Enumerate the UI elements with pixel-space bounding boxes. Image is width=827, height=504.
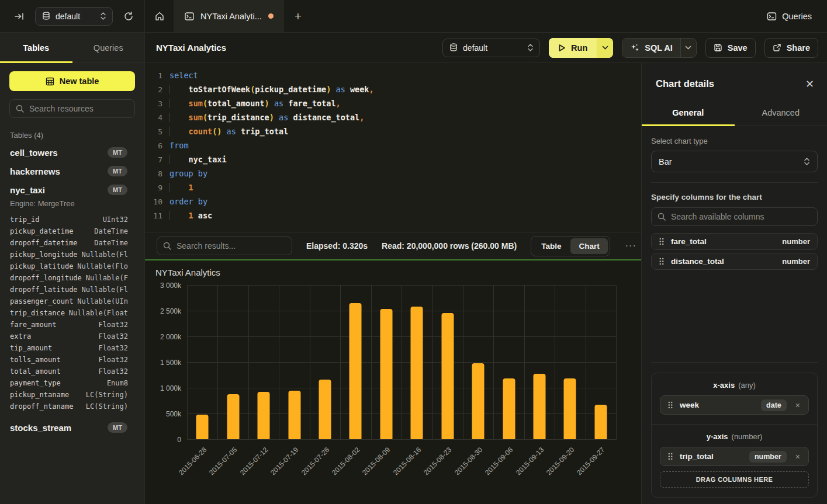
collapse-sidebar-button[interactable] (12, 9, 27, 24)
bar-2015-07-12[interactable] (258, 392, 270, 439)
tab-strip: NYTaxi Analyti... + (145, 0, 767, 32)
elapsed-stat: Elapsed: 0.320s (306, 241, 368, 251)
close-panel-button[interactable]: ✕ (805, 79, 814, 89)
bar-2015-08-16[interactable] (411, 307, 423, 439)
sql-ai-dropdown-arrow[interactable] (680, 39, 696, 57)
column-type: DateTime (94, 239, 128, 247)
sparkles-icon (630, 43, 639, 53)
bar-2015-09-27[interactable] (594, 405, 607, 439)
sidebar-tab-tables[interactable]: Tables (0, 33, 72, 62)
save-button[interactable]: Save (705, 38, 756, 58)
bar-2015-08-23[interactable] (441, 313, 454, 439)
column-type: Enum8 (107, 379, 128, 387)
view-toggle-chart[interactable]: Chart (570, 238, 607, 254)
queries-button[interactable]: Queries (767, 12, 812, 21)
table-item-hackernews[interactable]: hackernewsMT (9, 162, 135, 180)
editor-tab-nytaxi[interactable]: NYTaxi Analyti... (174, 0, 284, 32)
y-axis-hint: (number) (732, 432, 763, 441)
line-number: 6 (145, 141, 162, 150)
home-button[interactable] (145, 0, 174, 32)
bar-2015-09-20[interactable] (564, 378, 576, 439)
x-tick-label: 2015-07-26 (300, 446, 331, 477)
y-tick-label: 1 500k (160, 359, 181, 367)
bar-2015-09-13[interactable] (533, 374, 545, 439)
view-toggle-table[interactable]: Table (533, 238, 569, 254)
bar-2015-07-19[interactable] (288, 391, 300, 439)
bar-2015-07-26[interactable] (319, 380, 331, 439)
remove-chip-button[interactable]: × (793, 399, 802, 411)
column-type: Float32 (98, 356, 128, 364)
results-search-input[interactable] (177, 241, 286, 251)
chip-name: distance_total (671, 257, 724, 266)
toolbar-database-selector[interactable]: default (442, 39, 540, 57)
column-type: UInt32 (103, 215, 128, 224)
divider (651, 182, 818, 183)
remove-chip-button[interactable]: × (793, 451, 802, 463)
gridline-vertical (402, 286, 402, 440)
results-search[interactable] (157, 237, 292, 255)
sidebar-tab-queries[interactable]: Queries (72, 33, 145, 62)
column-type: Nullable(Flo (77, 262, 128, 270)
gridline-vertical (279, 286, 279, 440)
bar-2015-07-05[interactable] (227, 394, 239, 439)
chart-details-title: Chart details (656, 78, 714, 89)
column-type: Float32 (98, 332, 128, 340)
axis-chip-week[interactable]: weekdate× (660, 395, 809, 415)
bar-2015-08-30[interactable] (472, 363, 485, 439)
x-tick-label: 2015-09-20 (545, 446, 576, 477)
database-selector[interactable]: default (35, 7, 113, 26)
bar-2015-06-28[interactable] (196, 415, 209, 439)
tab-general[interactable]: General (642, 101, 735, 126)
column-type: Float32 (98, 321, 128, 329)
refresh-button[interactable] (121, 9, 136, 24)
table-item-cell_towers[interactable]: cell_towersMT (9, 143, 135, 162)
more-options-button[interactable]: ··· (624, 238, 638, 253)
column-type: Nullable(Fl (82, 251, 128, 259)
column-chip-fare_total[interactable]: fare_totalnumber (651, 233, 818, 250)
sql-ai-button[interactable]: SQL AI (622, 38, 697, 58)
columns-search-input[interactable] (671, 212, 811, 221)
column-type: Nullable(F (86, 274, 128, 282)
table-item-stocks_stream[interactable]: stocks_streamMT (9, 418, 135, 437)
y-tick-label: 1 000k (160, 384, 181, 392)
axes-box: x-axis(any) weekdate× y-axis(number) tri… (651, 373, 818, 498)
table-item-nyc_taxi[interactable]: nyc_taxiMT (9, 180, 135, 199)
resources-search[interactable] (9, 99, 135, 118)
run-button[interactable]: Run (549, 38, 613, 58)
share-button[interactable]: Share (764, 38, 818, 58)
axis-chip-trip_total[interactable]: trip_totalnumber× (660, 447, 809, 466)
database-icon (449, 43, 458, 52)
chart-plot[interactable] (187, 286, 616, 440)
y-tick-label: 500k (166, 410, 181, 418)
x-tick-label: 2015-08-30 (453, 446, 484, 477)
bar-2015-08-09[interactable] (380, 309, 392, 439)
chart-type-select[interactable]: Bar (651, 151, 818, 172)
code-text: count() as trip_total (162, 127, 288, 136)
chip-type-badge: number (749, 451, 787, 463)
run-dropdown-arrow[interactable] (597, 38, 613, 58)
bar-2015-08-02[interactable] (350, 303, 362, 439)
new-table-button[interactable]: New table (9, 71, 135, 91)
sql-editor[interactable]: 1select2 toStartOfWeek(pickup_datetime) … (145, 63, 641, 232)
column-row: pickup_latitudeNullable(Flo (10, 260, 128, 272)
table-name: stocks_stream (10, 423, 71, 433)
tab-advanced[interactable]: Advanced (735, 101, 827, 126)
column-chip-distance_total[interactable]: distance_totalnumber (651, 253, 818, 270)
drop-zone[interactable]: DRAG COLUMNS HERE (660, 471, 809, 488)
column-row: tip_amountFloat32 (10, 342, 128, 354)
gridline-vertical (463, 286, 463, 440)
column-name: dropoff_latitude (10, 286, 78, 294)
columns-search[interactable] (651, 207, 818, 226)
column-name: pickup_datetime (10, 227, 73, 235)
engine-badge: MT (108, 185, 127, 195)
code-line-10: 10order by (145, 194, 641, 208)
run-button-main[interactable]: Run (549, 38, 597, 58)
code-line-4: 4 sum(trip_distance) as distance_total, (145, 110, 641, 124)
column-row: tolls_amountFloat32 (10, 354, 128, 366)
line-number: 4 (145, 113, 162, 122)
sql-ai-main[interactable]: SQL AI (622, 39, 680, 57)
new-tab-button[interactable]: + (284, 0, 312, 32)
resources-search-input[interactable] (29, 104, 135, 113)
bar-2015-09-06[interactable] (503, 378, 515, 439)
x-tick-label: 2015-08-02 (330, 446, 361, 477)
